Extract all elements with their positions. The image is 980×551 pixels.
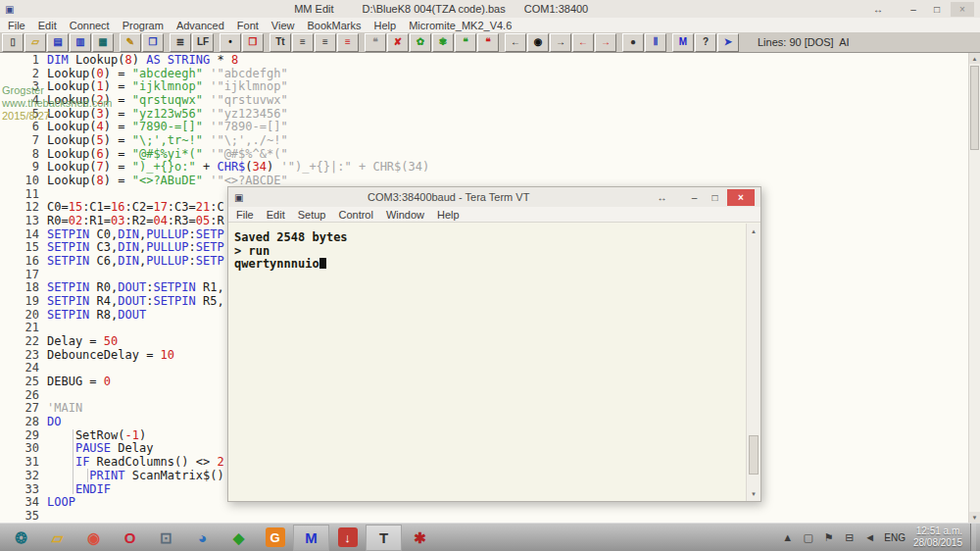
bubble-remove-button[interactable]: ❝ bbox=[477, 33, 499, 52]
menu-item-bookmarks[interactable]: BookMarks bbox=[307, 20, 361, 31]
nav-back-button[interactable]: ← bbox=[505, 33, 526, 52]
terminal-output[interactable]: Saved 2548 bytes> runqwertynnnuio bbox=[228, 224, 747, 501]
volume-icon[interactable]: ◄ bbox=[859, 525, 880, 551]
code-segment: 2 bbox=[217, 455, 223, 469]
erase-chip-button[interactable]: ● bbox=[622, 33, 644, 52]
menu-item-file[interactable]: File bbox=[8, 20, 25, 31]
menu-item-micromite_mk2_v4.6[interactable]: Micromite_MK2_V4.6 bbox=[409, 20, 512, 31]
menu-item-font[interactable]: Font bbox=[237, 20, 259, 31]
chrome-shortcut[interactable]: ◉ bbox=[75, 525, 112, 551]
new-file-button[interactable]: ▯ bbox=[2, 33, 24, 52]
scroll-down-icon[interactable]: ▼ bbox=[747, 488, 760, 499]
tt-minimize-button[interactable]: – bbox=[686, 190, 703, 205]
pdf-tool-shortcut[interactable]: G bbox=[257, 525, 293, 551]
language-indicator[interactable]: ENG bbox=[884, 532, 906, 543]
line-number: 11 bbox=[0, 188, 47, 202]
print-button[interactable]: ▦ bbox=[92, 33, 114, 52]
hidden-icons-button[interactable]: ▲ bbox=[777, 525, 798, 551]
jump-forward-button[interactable]: → bbox=[595, 33, 616, 52]
menu-item-help[interactable]: Help bbox=[437, 209, 460, 221]
scroll-down-icon[interactable]: ▼ bbox=[969, 512, 980, 523]
code-segment: "abcdeegh" bbox=[132, 67, 203, 80]
menu-item-file[interactable]: File bbox=[236, 209, 254, 221]
teraterm-taskbar-button[interactable]: T bbox=[366, 525, 402, 551]
bubble-add-button[interactable]: ❝ bbox=[455, 33, 476, 52]
mmedit-titlebar[interactable]: ▣ MM Edit D:\BlueK8 004(TZA code).bas CO… bbox=[0, 0, 980, 19]
menu-item-program[interactable]: Program bbox=[122, 20, 164, 31]
start-button[interactable]: ❂ bbox=[3, 525, 39, 551]
align-marked-button[interactable]: ≡ bbox=[337, 33, 359, 52]
usb-device-shortcut[interactable]: ◆ bbox=[220, 525, 257, 551]
grab-drop-button[interactable]: ✾ bbox=[432, 33, 454, 52]
tt-maximize-button[interactable]: □ bbox=[707, 190, 723, 205]
resource-hacker-shortcut[interactable]: ✱ bbox=[402, 525, 438, 551]
editor-scrollbar[interactable]: ▲ ▼ bbox=[968, 53, 980, 523]
save-file-button[interactable]: ▤ bbox=[47, 33, 69, 52]
action-center-icon[interactable]: ▢ bbox=[798, 525, 818, 551]
bullet-button[interactable]: • bbox=[220, 33, 241, 52]
code-segment: ReadColumns() <> bbox=[89, 455, 217, 469]
show-desktop-button[interactable] bbox=[970, 524, 976, 551]
code-segment: '")_+{}|:" + CHR$(34) bbox=[273, 160, 429, 174]
code-segment: '"<>?ABCDE" bbox=[203, 174, 288, 187]
open-file-button[interactable]: ▱ bbox=[24, 33, 46, 52]
code-segment: STRING bbox=[168, 53, 210, 67]
clock[interactable]: 12:51 a.m. 28/08/2015 bbox=[913, 526, 962, 549]
mm-maximize-button[interactable]: □ bbox=[927, 2, 947, 17]
line-feed-button[interactable]: LF bbox=[192, 33, 214, 52]
editor-scrollbar-thumb[interactable] bbox=[970, 66, 979, 150]
code-segment: Lookup( bbox=[47, 107, 97, 121]
mm-close-button[interactable]: × bbox=[951, 2, 974, 17]
thunderbird-shortcut[interactable]: ◕ bbox=[184, 525, 220, 551]
jump-back-button[interactable]: ← bbox=[572, 33, 594, 52]
mm-minimize-button[interactable]: – bbox=[904, 2, 923, 17]
comment-bubble-button[interactable]: ❝ bbox=[365, 33, 386, 52]
nav-forward-button[interactable]: → bbox=[550, 33, 571, 52]
terminal-scrollbar-thumb[interactable] bbox=[749, 435, 759, 475]
tt-close-button[interactable]: × bbox=[727, 189, 755, 206]
code-segment: 6 bbox=[97, 147, 104, 161]
align-right-button[interactable]: ≡ bbox=[315, 33, 336, 52]
flag-status-icon[interactable]: ⚑ bbox=[818, 525, 839, 551]
code-segment: 21 bbox=[196, 200, 210, 214]
menu-item-window[interactable]: Window bbox=[386, 209, 424, 221]
menu-item-view[interactable]: View bbox=[271, 20, 295, 31]
scroll-up-icon[interactable]: ▲ bbox=[747, 225, 760, 236]
font-button[interactable]: Tt bbox=[270, 33, 291, 52]
desktop: { "mmedit": { "title": {"app": "MM Edit"… bbox=[0, 0, 980, 551]
code-segment: "@#$%yi*(" bbox=[132, 147, 203, 161]
teraterm-titlebar[interactable]: ▣ COM3:38400baud - Tera Term VT ↔–□× bbox=[228, 187, 760, 208]
paste-block-button[interactable]: ❒ bbox=[242, 33, 264, 52]
help-button[interactable]: ? bbox=[695, 33, 716, 52]
menu-item-edit[interactable]: Edit bbox=[267, 209, 285, 221]
tt-resize-button[interactable]: ↔ bbox=[654, 190, 670, 205]
delete-block-button[interactable]: ✘ bbox=[387, 33, 409, 52]
align-left-button[interactable]: ≡ bbox=[292, 33, 314, 52]
menu-item-advanced[interactable]: Advanced bbox=[176, 20, 224, 31]
scroll-up-icon[interactable]: ▲ bbox=[969, 53, 980, 64]
file-explorer-shortcut[interactable]: ▱ bbox=[39, 525, 75, 551]
grab-tool-button[interactable]: ✿ bbox=[410, 33, 431, 52]
remote-viewer-shortcut[interactable]: ⊡ bbox=[148, 525, 184, 551]
menu-item-edit[interactable]: Edit bbox=[38, 20, 57, 31]
nav-target-button[interactable]: ◉ bbox=[527, 33, 549, 52]
edit-pen-button[interactable]: ✎ bbox=[120, 33, 141, 52]
columns-button[interactable]: Ⅱ bbox=[645, 33, 666, 52]
menu-item-setup[interactable]: Setup bbox=[298, 209, 326, 221]
menu-item-control[interactable]: Control bbox=[338, 209, 372, 221]
run-program-button[interactable]: ➤ bbox=[717, 33, 739, 52]
save-as-button[interactable]: ▥ bbox=[70, 33, 91, 52]
network-icon[interactable]: ⊟ bbox=[839, 525, 859, 551]
mmedit-home-button[interactable]: M bbox=[672, 33, 694, 52]
menu-item-connect[interactable]: Connect bbox=[70, 20, 110, 31]
opera-shortcut[interactable]: O bbox=[112, 525, 148, 551]
tv-capture-shortcut[interactable]: ↓ bbox=[329, 525, 366, 551]
terminal-scrollbar[interactable]: ▲ ▼ bbox=[746, 224, 760, 501]
mmedit-taskbar-button-icon: M bbox=[305, 530, 318, 545]
menu-item-help[interactable]: Help bbox=[374, 20, 397, 31]
copy-button[interactable]: ❐ bbox=[142, 33, 164, 52]
mmedit-taskbar-button[interactable]: M bbox=[293, 525, 329, 551]
line-list-button[interactable]: ≣ bbox=[170, 33, 191, 52]
mm-resize-button[interactable]: ↔ bbox=[868, 2, 888, 17]
code-line: 4Lookup(2) = "qrstuqwx" '"qrstuvwx" bbox=[0, 94, 969, 108]
